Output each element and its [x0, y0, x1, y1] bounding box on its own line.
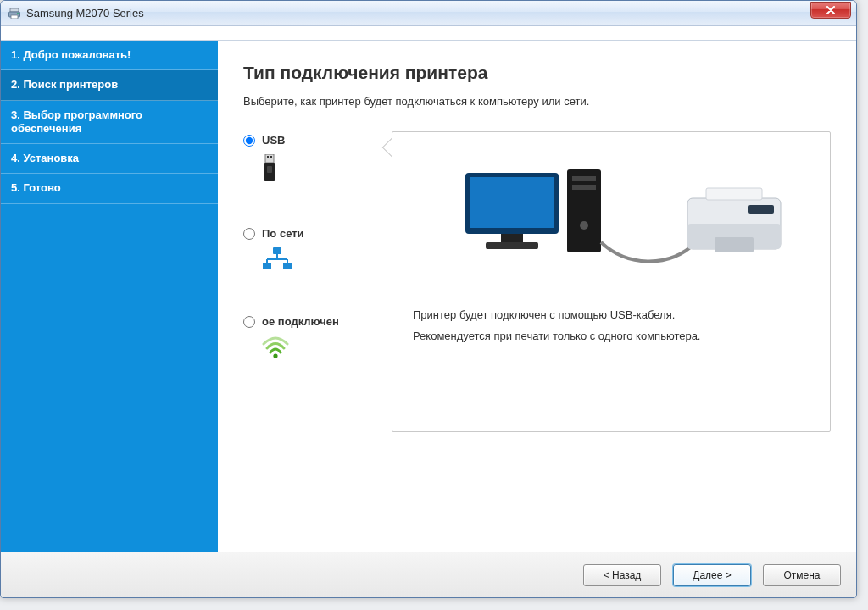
- svg-rect-19: [501, 234, 523, 242]
- svg-rect-20: [486, 242, 538, 249]
- svg-rect-21: [567, 169, 601, 252]
- sidebar-step-software[interactable]: 3. Выбор программного обеспечения: [1, 101, 218, 145]
- usb-icon: [262, 154, 392, 186]
- svg-rect-14: [263, 263, 271, 269]
- radio-network[interactable]: [243, 228, 255, 240]
- svg-rect-28: [748, 205, 774, 214]
- radio-wireless[interactable]: [243, 316, 255, 328]
- client-area: 1. Добро пожаловать! 2. Поиск принтеров …: [1, 26, 856, 597]
- back-button[interactable]: < Назад: [583, 564, 661, 586]
- preview-line1: Принтер будет подключен с помощью USB-ка…: [413, 308, 810, 321]
- connection-options: USB: [243, 131, 392, 362]
- connection-preview: Принтер будет подключен с помощью USB-ка…: [392, 131, 831, 432]
- radio-usb[interactable]: [243, 135, 255, 147]
- svg-rect-4: [265, 154, 274, 163]
- svg-rect-0: [10, 8, 19, 12]
- installer-window: Samsung M2070 Series 1. Добро пожаловать…: [0, 0, 857, 598]
- svg-rect-15: [283, 263, 292, 269]
- svg-rect-5: [267, 156, 269, 158]
- wifi-icon: [262, 336, 392, 362]
- connection-illustration: [413, 149, 810, 293]
- svg-point-3: [17, 13, 19, 14]
- close-button[interactable]: [810, 2, 851, 19]
- svg-rect-27: [706, 188, 762, 200]
- wizard-sidebar: 1. Добро пожаловать! 2. Поиск принтеров …: [1, 41, 218, 552]
- titlebar: Samsung M2070 Series: [1, 1, 856, 26]
- page-subtitle: Выберите, как принтер будет подключаться…: [243, 95, 831, 108]
- option-usb[interactable]: USB: [243, 135, 392, 186]
- option-network-label[interactable]: По сети: [262, 228, 304, 241]
- option-wireless[interactable]: ое подключен: [243, 316, 392, 362]
- svg-rect-8: [267, 166, 272, 173]
- svg-point-16: [273, 353, 277, 358]
- printer-icon: [8, 7, 21, 20]
- wizard-footer: < Назад Далее > Отмена: [1, 552, 856, 597]
- svg-rect-6: [270, 156, 272, 158]
- main-panel: Тип подключения принтера Выберите, как п…: [218, 41, 856, 552]
- option-usb-label[interactable]: USB: [262, 135, 285, 147]
- svg-rect-9: [273, 247, 281, 254]
- sidebar-step-welcome[interactable]: 1. Добро пожаловать!: [1, 41, 218, 70]
- svg-rect-23: [572, 185, 596, 190]
- network-icon: [262, 247, 392, 274]
- sidebar-step-done[interactable]: 5. Готово: [1, 174, 218, 203]
- sidebar-step-install[interactable]: 4. Установка: [1, 144, 218, 174]
- page-title: Тип подключения принтера: [243, 63, 831, 83]
- svg-rect-2: [11, 15, 18, 19]
- svg-rect-18: [470, 177, 554, 228]
- next-button[interactable]: Далее >: [673, 564, 751, 586]
- svg-rect-22: [572, 176, 596, 181]
- svg-point-24: [580, 221, 588, 230]
- option-network[interactable]: По сети: [243, 228, 392, 274]
- window-title: Samsung M2070 Series: [26, 7, 144, 19]
- preview-line2: Рекомендуется при печати только с одного…: [413, 330, 810, 342]
- cancel-button[interactable]: Отмена: [763, 564, 841, 586]
- svg-rect-29: [715, 237, 754, 252]
- sidebar-step-search[interactable]: 2. Поиск принтеров: [1, 70, 218, 100]
- connection-description: Принтер будет подключен с помощью USB-ка…: [413, 308, 810, 342]
- close-icon: [826, 6, 836, 14]
- option-wireless-label[interactable]: ое подключен: [262, 316, 339, 329]
